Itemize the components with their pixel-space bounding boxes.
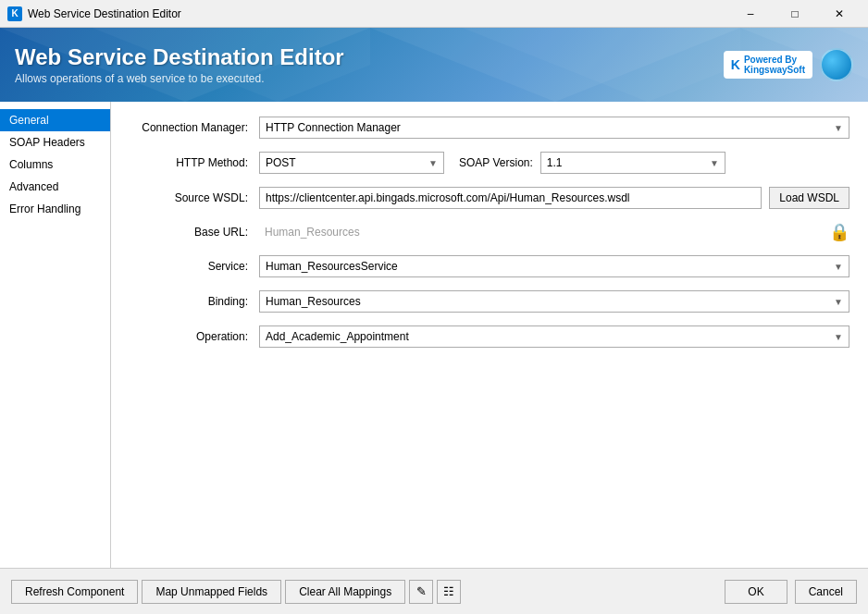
- connection-manager-row: Connection Manager: HTTP Connection Mana…: [130, 117, 849, 139]
- binding-dropdown[interactable]: Human_Resources ▼: [259, 290, 849, 313]
- soap-version-label: SOAP Version:: [459, 156, 533, 169]
- connection-manager-arrow-icon: ▼: [834, 123, 843, 133]
- base-url-label: Base URL:: [130, 226, 259, 239]
- sidebar-item-soap-headers[interactable]: SOAP Headers: [0, 131, 110, 154]
- base-url-wrap: Human_Resources 🔒: [259, 222, 849, 242]
- http-row: POST ▼ SOAP Version: 1.1 ▼: [259, 152, 849, 174]
- header-banner: Web Service Destination Editor Allows op…: [0, 28, 868, 102]
- connection-manager-label: Connection Manager:: [130, 121, 259, 134]
- service-wrap: Human_ResourcesService ▼: [259, 255, 849, 277]
- http-method-label: HTTP Method:: [130, 156, 259, 169]
- content-area: Connection Manager: HTTP Connection Mana…: [111, 102, 868, 568]
- base-url-text: Human_Resources: [259, 226, 824, 239]
- http-method-value: POST: [266, 156, 296, 169]
- operation-wrap: Add_Academic_Appointment ▼: [259, 325, 849, 348]
- http-method-dropdown[interactable]: POST ▼: [259, 152, 444, 174]
- load-wsdl-button[interactable]: Load WSDL: [769, 187, 849, 209]
- sidebar-item-error-handling[interactable]: Error Handling: [0, 198, 110, 220]
- service-label: Service:: [130, 260, 259, 273]
- operation-value: Add_Academic_Appointment: [266, 330, 409, 343]
- soap-version-value: 1.1: [547, 156, 563, 169]
- binding-label: Binding:: [130, 295, 259, 308]
- header-logo: K Powered ByKingswaySoft: [724, 48, 853, 81]
- http-method-select-wrap: POST ▼: [259, 152, 444, 174]
- wsdl-wrap: Load WSDL: [259, 187, 849, 209]
- header-title: Web Service Destination Editor: [15, 44, 344, 70]
- operation-arrow-icon: ▼: [834, 332, 843, 342]
- source-wsdl-wrap: Load WSDL: [259, 187, 849, 209]
- cancel-button[interactable]: Cancel: [795, 580, 857, 604]
- lock-icon: 🔒: [829, 222, 849, 242]
- operation-dropdown[interactable]: Add_Academic_Appointment ▼: [259, 325, 849, 348]
- soap-version-wrap: SOAP Version: 1.1 ▼: [459, 152, 725, 174]
- sidebar-item-columns[interactable]: Columns: [0, 154, 110, 176]
- base-url-row: Base URL: Human_Resources 🔒: [130, 222, 849, 242]
- binding-arrow-icon: ▼: [834, 297, 843, 307]
- sidebar-item-general[interactable]: General: [0, 109, 110, 131]
- maximize-button[interactable]: □: [774, 0, 816, 28]
- close-button[interactable]: ✕: [818, 0, 861, 28]
- service-value: Human_ResourcesService: [266, 260, 398, 273]
- clear-all-mappings-button[interactable]: Clear All Mappings: [285, 580, 405, 604]
- service-arrow-icon: ▼: [834, 262, 843, 272]
- operation-row: Operation: Add_Academic_Appointment ▼: [130, 325, 849, 348]
- sidebar: General SOAP Headers Columns Advanced Er…: [0, 102, 111, 568]
- header-text: Web Service Destination Editor Allows op…: [15, 44, 344, 85]
- http-method-wrap: POST ▼ SOAP Version: 1.1 ▼: [259, 152, 849, 174]
- header-subtitle: Allows operations of a web service to be…: [15, 72, 344, 85]
- kingsway-logo: K Powered ByKingswaySoft: [724, 51, 812, 79]
- service-row: Service: Human_ResourcesService ▼: [130, 255, 849, 277]
- source-wsdl-row: Source WSDL: Load WSDL: [130, 187, 849, 209]
- binding-row: Binding: Human_Resources ▼: [130, 290, 849, 313]
- source-wsdl-input[interactable]: [259, 187, 762, 209]
- binding-wrap: Human_Resources ▼: [259, 290, 849, 313]
- title-bar: K Web Service Destination Editor – □ ✕: [0, 0, 868, 28]
- connection-manager-dropdown[interactable]: HTTP Connection Manager ▼: [259, 117, 849, 139]
- edit-icon-button[interactable]: ✎: [409, 580, 433, 604]
- connection-manager-wrap: HTTP Connection Manager ▼: [259, 117, 849, 139]
- app-icon: K: [7, 6, 22, 21]
- footer-left: Refresh Component Map Unmapped Fields Cl…: [11, 580, 461, 604]
- map-unmapped-fields-button[interactable]: Map Unmapped Fields: [142, 580, 281, 604]
- refresh-component-button[interactable]: Refresh Component: [11, 580, 138, 604]
- ok-button[interactable]: OK: [725, 580, 787, 604]
- footer-right: OK Cancel: [725, 580, 857, 604]
- source-wsdl-label: Source WSDL:: [130, 191, 259, 204]
- operation-label: Operation:: [130, 330, 259, 343]
- grid-icon: ☷: [443, 584, 454, 598]
- title-bar-title: Web Service Destination Editor: [28, 7, 181, 20]
- soap-version-arrow-icon: ▼: [710, 158, 719, 168]
- edit-icon: ✎: [416, 584, 427, 598]
- sidebar-item-advanced[interactable]: Advanced: [0, 176, 110, 198]
- http-method-arrow-icon: ▼: [428, 158, 438, 168]
- binding-value: Human_Resources: [266, 295, 361, 308]
- title-bar-controls: – □ ✕: [729, 0, 861, 28]
- soap-version-dropdown[interactable]: 1.1 ▼: [540, 152, 725, 174]
- main-content: General SOAP Headers Columns Advanced Er…: [0, 102, 868, 568]
- title-bar-left: K Web Service Destination Editor: [7, 6, 181, 21]
- base-url-container: Human_Resources 🔒: [259, 222, 849, 242]
- minimize-button[interactable]: –: [729, 0, 772, 28]
- kingsway-k-icon: K: [731, 57, 740, 72]
- footer: Refresh Component Map Unmapped Fields Cl…: [0, 568, 868, 614]
- grid-icon-button[interactable]: ☷: [437, 580, 461, 604]
- kingsway-text: Powered ByKingswaySoft: [744, 55, 805, 75]
- service-dropdown[interactable]: Human_ResourcesService ▼: [259, 255, 849, 277]
- globe-icon: [820, 48, 853, 81]
- connection-manager-value: HTTP Connection Manager: [266, 121, 401, 134]
- http-method-row: HTTP Method: POST ▼ SOAP Version: 1.1 ▼: [130, 152, 849, 174]
